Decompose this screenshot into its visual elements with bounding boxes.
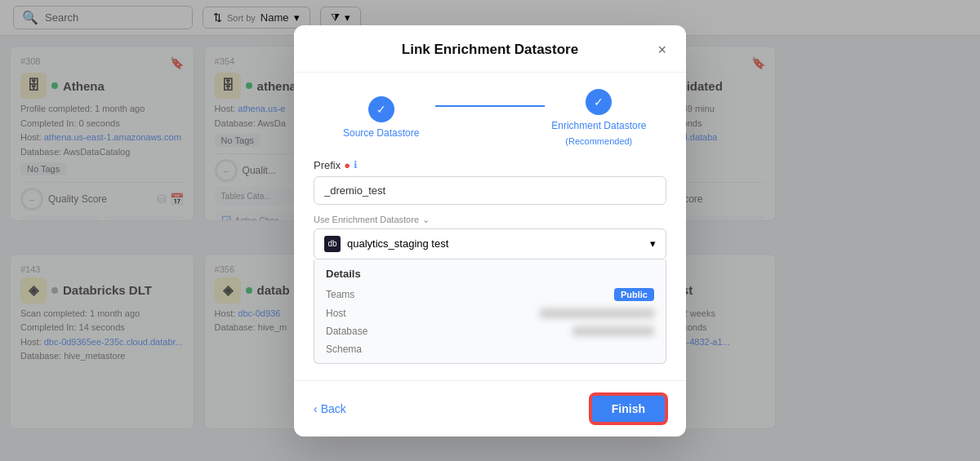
datastore-dropdown[interactable]: db qualytics_staging test ▾ xyxy=(314,228,666,259)
chevron-down-icon-4: ▾ xyxy=(650,237,656,250)
details-teams-row: Teams Public xyxy=(314,285,666,304)
step-label-1: Source Datastore xyxy=(343,127,419,139)
prefix-input[interactable] xyxy=(314,176,666,205)
modal-overlay: Link Enrichment Datastore × Source Datas… xyxy=(0,0,980,461)
stepper: Source Datastore Enrichment Datastore (R… xyxy=(294,73,686,159)
modal-footer: ‹ Back Finish ➜ xyxy=(294,380,686,437)
step-sublabel-2: (Recommended) xyxy=(565,136,632,146)
public-badge: Public xyxy=(614,288,654,301)
step-connector xyxy=(435,105,544,107)
prefix-label: Prefix ● ℹ xyxy=(314,159,666,171)
modal-title: Link Enrichment Datastore xyxy=(402,42,578,58)
step-enrichment: Enrichment Datastore (Recommended) xyxy=(545,89,653,146)
db-small-icon: db xyxy=(324,236,341,252)
details-panel: Details Teams Public Host Database Schem… xyxy=(314,259,666,364)
modal-dialog: Link Enrichment Datastore × Source Datas… xyxy=(294,25,686,437)
database-value-blurred xyxy=(572,326,654,336)
host-value-blurred xyxy=(540,308,654,318)
details-schema-row: Schema xyxy=(314,340,666,363)
chevron-left-icon: ‹ xyxy=(314,402,318,415)
back-button[interactable]: ‹ Back xyxy=(314,402,346,415)
chevron-down-icon-3: ⌄ xyxy=(422,215,430,225)
info-icon[interactable]: ℹ xyxy=(354,159,358,171)
step-label-2: Enrichment Datastore xyxy=(551,120,646,131)
details-title: Details xyxy=(314,259,666,285)
details-host-row: Host xyxy=(314,304,666,322)
step-circle-1 xyxy=(368,96,394,122)
details-database-row: Database xyxy=(314,322,666,340)
modal-body: Prefix ● ℹ Use Enrichment Datastore ⌄ db… xyxy=(294,159,686,380)
close-button[interactable]: × xyxy=(658,42,667,59)
use-enrichment-label: Use Enrichment Datastore ⌄ xyxy=(314,215,666,225)
modal-header: Link Enrichment Datastore × xyxy=(294,25,686,73)
required-indicator: ● xyxy=(344,159,350,171)
finish-button[interactable]: Finish xyxy=(590,394,666,423)
selected-datastore: qualytics_staging test xyxy=(347,237,448,250)
finish-wrapper: Finish ➜ xyxy=(590,394,666,423)
step-circle-2 xyxy=(586,89,612,115)
step-source: Source Datastore xyxy=(327,96,435,139)
